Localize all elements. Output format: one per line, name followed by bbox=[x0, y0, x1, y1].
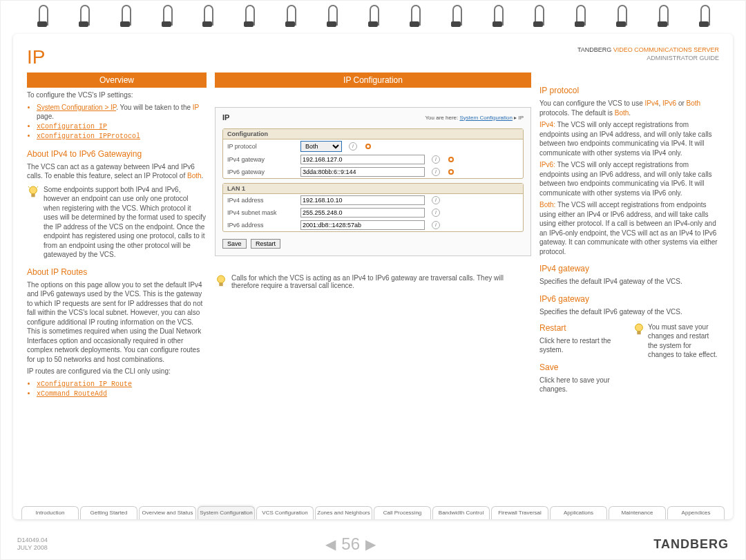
callout-dot-icon bbox=[365, 144, 371, 149]
doc-tab[interactable]: Call Processing bbox=[374, 506, 431, 519]
routes-heading: About IP Routes bbox=[27, 267, 207, 278]
save-heading: Save bbox=[539, 362, 626, 373]
page-number: 56 bbox=[341, 534, 360, 554]
doc-tab[interactable]: Overview and Status bbox=[139, 506, 196, 519]
ipv4-gateway-text: Specifies the default IPv4 gateway of th… bbox=[539, 277, 719, 287]
page-navigator: ◀ 56 ▶ bbox=[325, 534, 376, 554]
label-ip-protocol: IP protocol bbox=[227, 143, 296, 150]
info-icon[interactable]: i bbox=[349, 142, 357, 151]
overview-header: Overview bbox=[27, 73, 207, 88]
svg-point-6 bbox=[635, 324, 643, 331]
tip-icon bbox=[633, 322, 645, 397]
doc-id: D14049.04JULY 2008 bbox=[17, 537, 48, 552]
svg-line-3 bbox=[37, 186, 38, 188]
input-ipv4-gateway[interactable] bbox=[300, 155, 425, 164]
prev-page-icon[interactable]: ◀ bbox=[325, 536, 336, 552]
doc-tab[interactable]: Maintenance bbox=[609, 506, 666, 519]
ip-protocol-heading: IP protocol bbox=[539, 85, 719, 96]
doc-tab[interactable]: Firewall Traversal bbox=[491, 506, 548, 519]
svg-rect-5 bbox=[219, 283, 222, 287]
ipv6-gateway-heading: IPv6 gateway bbox=[539, 293, 719, 305]
svg-point-4 bbox=[218, 276, 225, 283]
label-ipv6-gateway: IPv6 gateway bbox=[227, 168, 296, 175]
label-ipv4-subnet: IPv4 subnet mask bbox=[227, 209, 296, 216]
page-title: IP bbox=[27, 46, 45, 68]
ipv4-desc: IPv4: The VCS will only accept registrat… bbox=[539, 120, 719, 157]
page: IP TANDBERG VIDEO COMMUNICATIONS SERVER … bbox=[0, 0, 746, 560]
ui-screenshot: IP You are here: System Configuration ▸ … bbox=[215, 107, 531, 256]
footer-brand: TANDBERG bbox=[653, 537, 729, 552]
info-icon[interactable]: i bbox=[432, 196, 440, 204]
input-ipv6-address[interactable] bbox=[300, 220, 425, 230]
ipv4-gateway-heading: IPv4 gateway bbox=[539, 263, 719, 274]
overview-intro: To configure the VCS's IP settings: bbox=[27, 90, 207, 100]
input-ipv4-address[interactable] bbox=[300, 195, 425, 205]
label-ipv6-address: IPv6 address bbox=[227, 222, 296, 229]
save-restart-tip: You must save your changes and restart t… bbox=[648, 322, 719, 397]
ipv6-desc: IPv6: The VCS will only accept registrat… bbox=[539, 160, 719, 197]
svg-rect-1 bbox=[31, 193, 35, 197]
link-xcommand-routeadd[interactable]: xCommand RouteAdd bbox=[37, 390, 107, 398]
traversal-tip: Calls for which the VCS is acting as an … bbox=[231, 274, 531, 289]
restart-button[interactable]: Restart bbox=[251, 239, 280, 249]
config-box-title: Configuration bbox=[223, 129, 523, 139]
doc-tab[interactable]: Introduction bbox=[21, 506, 79, 519]
restart-text: Click here to restart the system. bbox=[539, 336, 626, 355]
routes-text: The options on this page allow you to se… bbox=[27, 280, 207, 365]
lan1-box-title: LAN 1 bbox=[223, 184, 523, 194]
next-page-icon[interactable]: ▶ bbox=[365, 536, 376, 552]
ui-title: IP bbox=[222, 113, 229, 122]
info-icon[interactable]: i bbox=[432, 168, 440, 176]
gateway-heading: About IPv4 to IPv6 Gatewaying bbox=[27, 148, 207, 160]
gateway-tip: Some endpoints support both IPv4 and IPv… bbox=[44, 185, 207, 260]
doc-tab[interactable]: Appendices bbox=[667, 506, 725, 519]
link-xconfig-ipprotocol[interactable]: xConfiguration IPProtocol bbox=[37, 133, 140, 140]
info-icon[interactable]: i bbox=[432, 221, 440, 229]
svg-line-2 bbox=[28, 186, 30, 188]
document-sheet: IP TANDBERG VIDEO COMMUNICATIONS SERVER … bbox=[13, 34, 733, 519]
label-ipv4-gateway: IPv4 gateway bbox=[227, 156, 296, 163]
both-desc: Both: The VCS will accept registrations … bbox=[539, 200, 719, 256]
callout-dot-icon bbox=[448, 157, 454, 162]
select-ip-protocol[interactable]: Both bbox=[300, 141, 342, 152]
link-xconfig-iproute[interactable]: xConfiguration IP Route bbox=[37, 380, 132, 388]
input-ipv4-subnet[interactable] bbox=[300, 208, 425, 218]
bottom-tab-strip: IntroductionGetting StartedOverview and … bbox=[21, 506, 725, 519]
doc-tab[interactable]: System Configuration bbox=[198, 506, 255, 519]
ipconfig-header: IP Configuration bbox=[215, 73, 531, 88]
tip-icon bbox=[27, 185, 39, 260]
doc-tab[interactable]: Bandwidth Control bbox=[432, 506, 490, 519]
doc-tab[interactable]: VCS Configuration bbox=[256, 506, 314, 519]
ip-protocol-intro: You can configure the VCS to use IPv4, I… bbox=[539, 99, 719, 117]
save-text: Click here to save your changes. bbox=[539, 376, 626, 394]
ipv6-gateway-text: Specifies the default IPv6 gateway of th… bbox=[539, 307, 719, 317]
doc-tab[interactable]: Zones and Neighbors bbox=[315, 506, 372, 519]
gateway-text: The VCS can act as a gateway between IPv… bbox=[27, 162, 207, 181]
input-ipv6-gateway[interactable] bbox=[300, 167, 425, 177]
routes-text2: IP routes are configured via the CLI onl… bbox=[27, 367, 207, 376]
overview-bullet-nav: System Configuration > IP. You will be t… bbox=[37, 103, 207, 122]
svg-rect-7 bbox=[637, 331, 640, 334]
spiral-binding bbox=[1, 5, 745, 35]
callout-dot-icon bbox=[448, 169, 454, 175]
info-icon[interactable]: i bbox=[432, 155, 440, 164]
label-ipv4-address: IPv4 address bbox=[227, 197, 296, 204]
doc-tab[interactable]: Getting Started bbox=[80, 506, 137, 519]
breadcrumb: You are here: System Configuration ▸ IP bbox=[425, 115, 524, 121]
brand-block: TANDBERG VIDEO COMMUNICATIONS SERVER ADM… bbox=[577, 46, 719, 62]
restart-heading: Restart bbox=[539, 322, 626, 334]
breadcrumb-link[interactable]: System Configuration bbox=[459, 115, 512, 121]
svg-point-0 bbox=[30, 186, 37, 194]
info-icon[interactable]: i bbox=[432, 209, 440, 217]
tip-icon bbox=[215, 274, 227, 291]
doc-tab[interactable]: Applications bbox=[550, 506, 607, 519]
link-xconfig-ip[interactable]: xConfiguration IP bbox=[37, 123, 107, 131]
save-button[interactable]: Save bbox=[222, 239, 247, 249]
